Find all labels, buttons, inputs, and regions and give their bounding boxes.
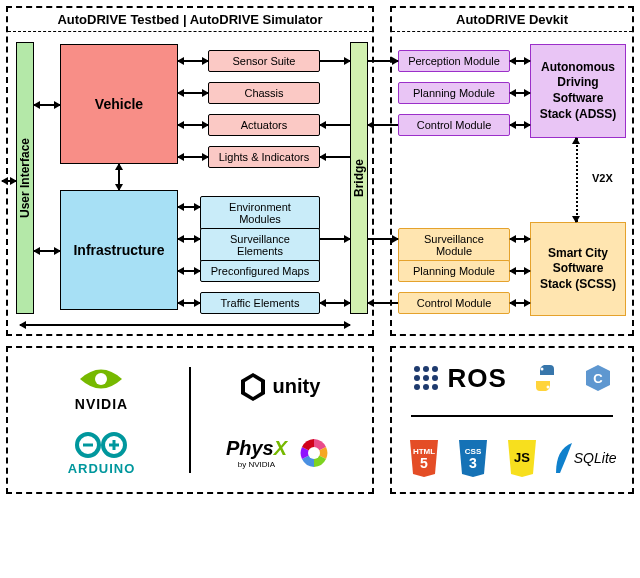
connector [320,60,350,62]
html5-icon: HTML5 [407,438,441,478]
sqlite-feather-icon [554,441,574,475]
physx-sub: by NVIDIA [226,460,287,469]
connector [178,156,208,158]
scss-stack-label: Smart City Software Stack (SCSS) [535,246,621,293]
planning-module-box: Planning Module [398,82,510,104]
connector [510,124,530,126]
left-logos-panel: NVIDIA ARDUINO unity PhysX by NVIDIA [6,346,374,494]
infrastructure-block: Infrastructure [60,190,178,310]
connector [178,270,200,272]
connector [34,104,60,106]
connector [320,124,350,126]
adss-stack-box: Autonomous Driving Software Stack (ADSS) [530,44,626,138]
lights-indicators-box: Lights & Indicators [208,146,320,168]
svg-text:JS: JS [514,450,530,465]
svg-text:3: 3 [469,455,477,471]
cpp-icon: C [583,363,613,393]
horizontal-divider [411,415,613,417]
sensor-suite-box: Sensor Suite [208,50,320,72]
perception-module-box: Perception Module [398,50,510,72]
svg-point-0 [95,373,107,385]
connector [368,302,398,304]
connector [178,92,208,94]
svg-point-12 [414,375,420,381]
connector [34,250,60,252]
svg-point-8 [308,447,320,459]
infrastructure-label: Infrastructure [73,242,164,258]
control-module-adss-box: Control Module [398,114,510,136]
svg-point-13 [423,375,429,381]
arduino-logo: ARDUINO [68,431,136,476]
svg-point-10 [423,366,429,372]
svg-point-15 [414,384,420,390]
svg-point-19 [546,386,549,389]
arduino-infinity-icon [72,431,130,459]
connector [178,302,200,304]
chassis-box: Chassis [208,82,320,104]
connector [178,60,208,62]
physx-logo: PhysX by NVIDIA [226,436,331,470]
ros-logo: ROS [411,363,506,394]
css3-icon: CSS3 [456,438,490,478]
connector [320,302,350,304]
sqlite-text: SQLite [574,450,617,466]
python-icon [530,363,560,393]
connector [178,206,200,208]
ui-label: User Interface [18,138,32,218]
svg-point-16 [423,384,429,390]
connector [178,238,200,240]
connector [510,92,530,94]
connector [320,238,350,240]
connector [20,324,350,326]
connector [510,238,530,240]
surveillance-elements-box: Surveillance Elements [200,228,320,262]
environment-modules-box: Environment Modules [200,196,320,230]
bridge-label: Bridge [352,159,366,197]
unity-text: unity [273,375,321,398]
nvidia-logo: NVIDIA [75,364,128,412]
actuators-box: Actuators [208,114,320,136]
connector [575,220,577,222]
ros-dots-icon [411,363,441,393]
connector [510,270,530,272]
connector [320,156,350,158]
v2x-label: V2X [590,172,615,184]
connector [368,60,398,62]
sqlite-logo: SQLite [554,441,617,475]
right-logos-panel: ROS C HTML5 CSS3 JS SQLite [390,346,634,494]
connector [178,124,208,126]
svg-text:C: C [593,371,603,386]
connector [2,180,16,182]
aperture-icon [297,436,331,470]
control-module-scss-box: Control Module [398,292,510,314]
unity-logo: unity [237,371,321,403]
svg-point-17 [432,384,438,390]
svg-point-11 [432,366,438,372]
connector [510,60,530,62]
connector [510,302,530,304]
js-icon: JS [505,438,539,478]
connector [368,238,398,240]
adss-stack-label: Autonomous Driving Software Stack (ADSS) [535,60,621,122]
connector [118,164,120,190]
nvidia-eye-icon [78,364,124,394]
unity-cube-icon [237,371,269,403]
bridge-bar: Bridge [350,42,368,314]
traffic-elements-box: Traffic Elements [200,292,320,314]
svg-text:5: 5 [420,455,428,471]
scss-stack-box: Smart City Software Stack (SCSS) [530,222,626,316]
surveillance-module-box: Surveillance Module [398,228,510,262]
v2x-connector [576,138,578,222]
left-panel-title: AutoDRIVE Testbed | AutoDRIVE Simulator [8,8,372,32]
user-interface-bar: User Interface [16,42,34,314]
nvidia-text: NVIDIA [75,396,128,412]
connector [575,138,577,140]
connector [368,124,398,126]
vehicle-label: Vehicle [95,96,143,112]
arduino-text: ARDUINO [68,461,136,476]
preconfigured-maps-box: Preconfigured Maps [200,260,320,282]
ros-text: ROS [447,363,506,394]
planning-module-scss-box: Planning Module [398,260,510,282]
svg-point-9 [414,366,420,372]
svg-point-18 [540,368,543,371]
